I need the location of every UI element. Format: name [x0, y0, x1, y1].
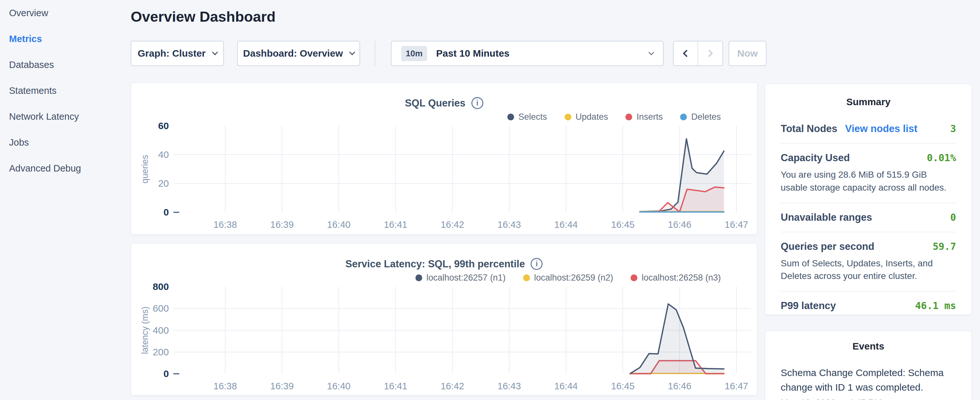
summary-row-qps: Queries per second 59.7 Sum of Selects, … [781, 241, 956, 283]
summary-row-unavailable-ranges: Unavailable ranges 0 [781, 212, 956, 223]
capacity-used-description: You are using 28.6 MiB of 515.9 GiB usab… [781, 168, 956, 194]
sidebar-item-jobs[interactable]: Jobs [0, 129, 127, 155]
p99-latency-label: P99 latency [781, 300, 836, 312]
divider [781, 202, 956, 203]
svg-text:16:40: 16:40 [327, 220, 351, 230]
chevron-down-icon [649, 50, 654, 55]
svg-text:16:43: 16:43 [498, 381, 521, 391]
events-panel: Events Schema Change Completed: Schema c… [765, 331, 972, 400]
svg-text:16:42: 16:42 [441, 220, 464, 230]
summary-row-total-nodes: Total Nodes View nodes list 3 [781, 123, 956, 135]
summary-panel: Summary Total Nodes View nodes list 3 Ca… [765, 84, 972, 315]
dashboard-dropdown[interactable]: Dashboard: Overview [237, 41, 360, 66]
svg-text:40: 40 [158, 149, 169, 160]
sql-queries-chart-card: SQL Queries i SelectsUpdatesInsertsDelet… [131, 83, 757, 234]
dashboard-dropdown-label: Dashboard: Overview [243, 48, 343, 59]
graph-dropdown[interactable]: Graph: Cluster [131, 41, 224, 66]
summary-title: Summary [781, 96, 956, 107]
svg-text:16:44: 16:44 [554, 381, 578, 391]
service-latency-chart-card: Service Latency: SQL, 99th percentile i … [131, 243, 757, 395]
svg-text:16:46: 16:46 [668, 220, 691, 230]
svg-text:0: 0 [163, 207, 169, 217]
event-list-item[interactable]: Schema Change Completed: Schema change w… [781, 365, 956, 400]
sidebar: Overview Metrics Databases Statements Ne… [0, 0, 127, 400]
divider [781, 232, 956, 233]
svg-text:60: 60 [158, 120, 169, 131]
sidebar-item-network-latency[interactable]: Network Latency [0, 104, 127, 129]
svg-text:queries: queries [140, 155, 150, 183]
time-step-back-button[interactable] [674, 41, 698, 65]
chevron-left-icon [682, 50, 690, 57]
svg-text:16:45: 16:45 [611, 220, 635, 230]
time-range-label: Past 10 Minutes [436, 48, 509, 59]
svg-text:16:38: 16:38 [213, 220, 237, 230]
time-step-forward-button[interactable] [698, 41, 723, 65]
event-timestamp: May 13, 2020 at 4:45 PM [781, 398, 956, 400]
svg-text:16:47: 16:47 [725, 381, 748, 391]
events-title: Events [781, 341, 956, 352]
svg-text:16:39: 16:39 [270, 220, 294, 230]
svg-text:200: 200 [153, 347, 169, 357]
svg-text:16:39: 16:39 [270, 381, 294, 391]
summary-row-p99: P99 latency 46.1 ms [781, 300, 956, 312]
divider [781, 143, 956, 144]
now-button[interactable]: Now [729, 41, 767, 66]
qps-value: 59.7 [933, 241, 956, 252]
service-latency-plot: 16:3816:3916:4016:4116:4216:4316:4416:45… [131, 244, 758, 396]
unavailable-ranges-label: Unavailable ranges [781, 212, 872, 223]
sidebar-item-statements[interactable]: Statements [0, 78, 127, 104]
capacity-used-label: Capacity Used [781, 152, 850, 164]
view-nodes-list-link[interactable]: View nodes list [845, 123, 917, 135]
svg-text:16:45: 16:45 [611, 381, 635, 391]
chevron-down-icon [212, 49, 218, 55]
svg-text:16:40: 16:40 [327, 381, 351, 391]
time-range-selector[interactable]: 10m Past 10 Minutes [391, 41, 663, 66]
svg-text:800: 800 [153, 281, 169, 292]
sidebar-item-overview[interactable]: Overview [0, 0, 127, 26]
chevron-right-icon [706, 50, 713, 57]
qps-label: Queries per second [781, 241, 874, 252]
event-text: Schema Change Completed: Schema change w… [781, 365, 944, 395]
p99-latency-value: 46.1 ms [915, 300, 956, 311]
time-step-buttons [673, 41, 723, 66]
total-nodes-label: Total Nodes [781, 123, 837, 135]
divider [781, 291, 956, 292]
svg-text:16:47: 16:47 [725, 220, 748, 230]
capacity-used-value: 0.01% [927, 152, 956, 163]
svg-text:16:41: 16:41 [384, 381, 407, 391]
sidebar-item-databases[interactable]: Databases [0, 52, 127, 78]
summary-row-capacity: Capacity Used 0.01% You are using 28.6 M… [781, 152, 956, 194]
svg-text:latency (ms): latency (ms) [140, 306, 150, 354]
svg-text:16:38: 16:38 [213, 381, 237, 391]
graph-dropdown-label: Graph: Cluster [137, 48, 205, 59]
svg-text:16:43: 16:43 [498, 220, 521, 230]
svg-text:600: 600 [153, 303, 169, 314]
sidebar-item-metrics[interactable]: Metrics [0, 26, 127, 52]
chevron-down-icon [349, 49, 355, 55]
svg-text:16:41: 16:41 [384, 220, 407, 230]
svg-text:16:44: 16:44 [554, 220, 578, 230]
page-title: Overview Dashboard [131, 8, 276, 25]
unavailable-ranges-value: 0 [950, 212, 956, 223]
toolbar-divider [375, 41, 375, 66]
svg-text:20: 20 [158, 178, 169, 189]
time-range-badge: 10m [401, 46, 427, 61]
sql-queries-plot: 16:3816:3916:4016:4116:4216:4316:4416:45… [131, 83, 758, 235]
svg-text:16:42: 16:42 [441, 381, 464, 391]
svg-text:400: 400 [153, 325, 169, 336]
qps-description: Sum of Selects, Updates, Inserts, and De… [781, 257, 956, 283]
total-nodes-value: 3 [950, 123, 956, 134]
svg-text:16:46: 16:46 [668, 381, 691, 391]
svg-text:0: 0 [163, 368, 169, 379]
sidebar-item-advanced-debug[interactable]: Advanced Debug [0, 155, 127, 181]
